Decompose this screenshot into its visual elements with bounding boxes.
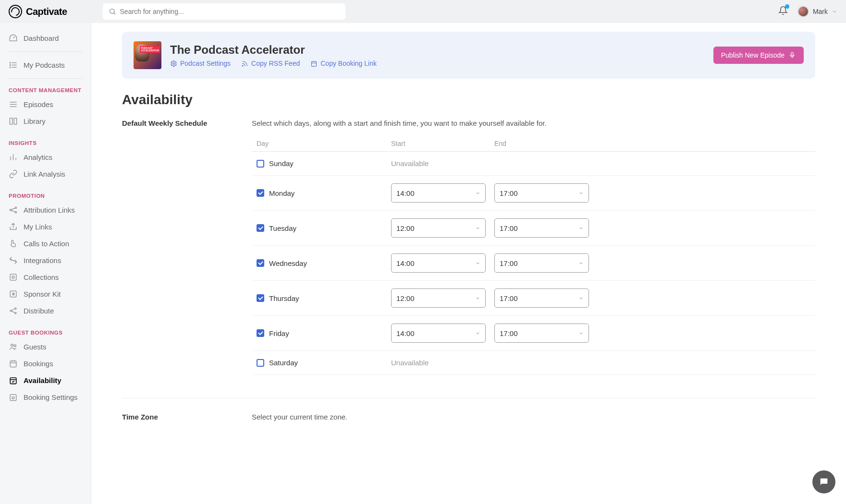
end-time-select[interactable]: 17:00 [494, 324, 589, 343]
sidebar-item-bookings[interactable]: Bookings [9, 355, 82, 372]
sidebar-heading: INSIGHTS [0, 136, 91, 149]
chat-fab[interactable] [812, 470, 835, 493]
user-name: Mark [813, 8, 828, 15]
sidebar: Dashboard My Podcasts CONTENT MANAGEMENT… [0, 23, 91, 504]
svg-point-17 [15, 207, 16, 208]
sidebar-item-integrations[interactable]: Integrations [9, 252, 82, 269]
day-checkbox[interactable] [257, 329, 264, 337]
svg-point-25 [10, 310, 12, 312]
sidebar-item-dashboard[interactable]: Dashboard [9, 30, 82, 47]
mic-icon [788, 51, 796, 59]
day-checkbox[interactable] [257, 359, 264, 367]
start-time-select[interactable]: 14:00 [391, 183, 486, 203]
day-name: Wednesday [269, 259, 307, 267]
chevron-down-icon [475, 226, 480, 231]
link-icon [9, 169, 18, 179]
collections-icon [9, 273, 18, 282]
sidebar-item-guests[interactable]: Guests [9, 338, 82, 355]
booking-settings-icon [9, 393, 18, 402]
sidebar-heading: CONTENT MANAGEMENT [0, 84, 91, 96]
chevron-down-icon [578, 191, 584, 196]
sidebar-item-episodes[interactable]: Episodes [9, 96, 82, 113]
col-day: Day [257, 140, 391, 147]
sidebar-item-label: Episodes [24, 100, 53, 108]
search-box[interactable] [103, 3, 345, 20]
sidebar-item-booking-settings[interactable]: Booking Settings [9, 389, 82, 406]
sidebar-item-my-links[interactable]: My Links [9, 218, 82, 235]
svg-point-16 [10, 209, 11, 211]
sidebar-item-sponsor-kit[interactable]: Sponsor Kit [9, 286, 82, 302]
copy-rss-link[interactable]: Copy RSS Feed [241, 60, 300, 67]
sidebar-item-label: Calls to Action [24, 240, 69, 248]
svg-point-38 [173, 62, 175, 64]
end-time-select[interactable]: 17:00 [494, 183, 589, 203]
start-time-select[interactable]: 12:00 [391, 288, 486, 308]
start-time-select[interactable]: 12:00 [391, 218, 486, 238]
svg-line-21 [10, 259, 16, 262]
sidebar-item-attribution-links[interactable]: Attribution Links [9, 202, 82, 218]
chevron-down-icon [475, 331, 480, 336]
schedule-row: SaturdayUnavailable [252, 351, 815, 375]
chevron-down-icon [578, 226, 584, 231]
sidebar-item-label: My Links [24, 223, 52, 231]
link-label: Copy RSS Feed [251, 60, 300, 67]
search-icon [109, 8, 116, 15]
day-name: Friday [269, 329, 289, 337]
svg-rect-34 [10, 378, 16, 384]
day-checkbox[interactable] [257, 160, 264, 168]
sidebar-item-label: My Podcasts [24, 61, 65, 69]
chevron-down-icon [578, 331, 584, 336]
unavailable-label: Unavailable [391, 359, 589, 367]
notifications-button[interactable] [778, 6, 788, 17]
end-time-value: 17:00 [500, 259, 518, 267]
podcast-settings-link[interactable]: Podcast Settings [170, 60, 231, 67]
sidebar-item-calls-to-action[interactable]: Calls to Action [9, 235, 82, 252]
start-time-select[interactable]: 14:00 [391, 253, 486, 273]
sidebar-item-distribute[interactable]: Distribute [9, 302, 82, 319]
chevron-down-icon [475, 261, 480, 266]
svg-rect-22 [10, 274, 16, 280]
schedule-row: Monday14:0017:00 [252, 176, 815, 211]
sidebar-item-label: Availability [24, 376, 61, 384]
day-checkbox[interactable] [257, 189, 264, 197]
svg-point-0 [110, 9, 114, 13]
end-time-select[interactable]: 17:00 [494, 218, 589, 238]
user-menu[interactable]: Mark [797, 6, 837, 17]
end-time-select[interactable]: 17:00 [494, 288, 589, 308]
start-time-select[interactable]: 14:00 [391, 324, 486, 343]
page-title: Availability [122, 92, 815, 108]
chevron-down-icon [578, 296, 584, 301]
schedule-row: Friday14:0017:00 [252, 316, 815, 351]
svg-point-39 [242, 65, 243, 66]
brand-logo[interactable]: Captivate [9, 5, 67, 18]
sidebar-item-link-analysis[interactable]: Link Analysis [9, 166, 82, 182]
section-label: Time Zone [122, 413, 233, 430]
list-icon [9, 60, 18, 70]
sidebar-item-label: Integrations [24, 256, 61, 264]
svg-point-27 [15, 312, 16, 314]
start-time-value: 12:00 [396, 294, 415, 302]
end-time-select[interactable]: 17:00 [494, 253, 589, 273]
schedule-row: Wednesday14:0017:00 [252, 246, 815, 281]
start-time-value: 14:00 [396, 259, 415, 267]
publish-episode-button[interactable]: Publish New Episode [713, 47, 804, 64]
podcast-artwork [134, 41, 161, 69]
sidebar-item-availability[interactable]: Availability [9, 372, 82, 389]
sidebar-item-label: Booking Settings [24, 393, 78, 401]
svg-point-7 [10, 67, 11, 68]
sidebar-item-my-podcasts[interactable]: My Podcasts [9, 57, 82, 73]
svg-point-29 [14, 345, 16, 347]
section-description: Select your current time zone. [252, 413, 815, 421]
sidebar-item-collections[interactable]: Collections [9, 269, 82, 286]
sidebar-item-analytics[interactable]: Analytics [9, 149, 82, 166]
day-checkbox[interactable] [257, 294, 264, 302]
main-content: The Podcast Accelerator Podcast Settings… [91, 23, 846, 504]
sidebar-item-label: Collections [24, 273, 59, 281]
col-start: Start [391, 140, 494, 147]
sidebar-item-library[interactable]: Library [9, 113, 82, 130]
search-input[interactable] [120, 8, 340, 15]
copy-booking-link[interactable]: Copy Booking Link [310, 60, 377, 67]
avatar [797, 6, 809, 17]
day-checkbox[interactable] [257, 224, 264, 232]
day-checkbox[interactable] [257, 259, 264, 267]
